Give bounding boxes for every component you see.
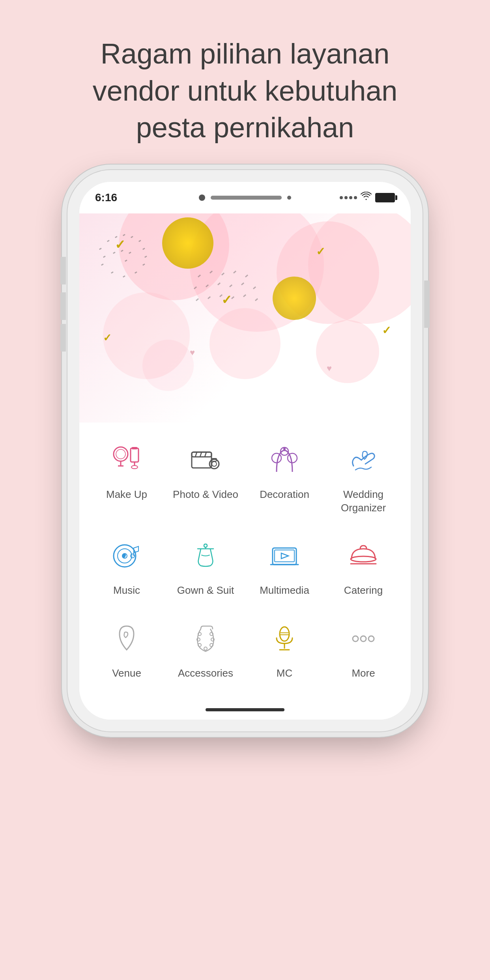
- svg-rect-12: [123, 275, 125, 278]
- svg-rect-62: [275, 550, 294, 562]
- svg-rect-30: [196, 298, 199, 301]
- gown-suit-icon: [184, 534, 227, 578]
- decoration-label: Decoration: [260, 488, 309, 501]
- svg-rect-13: [135, 271, 137, 274]
- svg-point-72: [280, 627, 289, 641]
- svg-rect-21: [221, 273, 224, 275]
- svg-point-41: [116, 449, 125, 459]
- svg-rect-2: [107, 240, 110, 242]
- svg-rect-6: [138, 240, 141, 242]
- svg-point-53: [288, 453, 297, 463]
- svg-rect-9: [103, 256, 106, 258]
- svg-rect-17: [129, 252, 131, 254]
- category-row-3: Venue: [87, 617, 403, 680]
- svg-point-77: [353, 636, 358, 641]
- svg-point-52: [272, 453, 281, 463]
- accessories-icon: [184, 617, 227, 660]
- multimedia-icon: [263, 534, 306, 578]
- svg-rect-26: [217, 282, 221, 285]
- status-time: 6:16: [95, 191, 117, 204]
- svg-rect-18: [125, 260, 127, 262]
- svg-point-63: [351, 556, 376, 562]
- svg-rect-19: [198, 275, 201, 277]
- svg-rect-10: [101, 264, 104, 266]
- svg-rect-8: [144, 256, 147, 258]
- heart-decoration2: ♥: [327, 363, 332, 374]
- photo-video-icon: [184, 438, 227, 482]
- category-wedding-organizer[interactable]: Wedding Organizer: [328, 438, 399, 515]
- phone-top-bar: 6:16: [79, 182, 411, 213]
- home-bar: [206, 708, 284, 711]
- svg-rect-5: [131, 236, 133, 238]
- more-label: More: [352, 667, 375, 680]
- home-indicator: [79, 700, 411, 720]
- makeup-label: Make Up: [106, 488, 147, 501]
- svg-rect-22: [233, 271, 236, 273]
- headline-text: Ragam pilihan layanan vendor untuk kebut…: [28, 0, 462, 170]
- status-bar: 6:16: [79, 182, 411, 213]
- svg-rect-34: [243, 294, 246, 297]
- svg-rect-44: [192, 452, 211, 468]
- decoration-icon: [263, 438, 306, 482]
- svg-rect-35: [255, 298, 258, 301]
- svg-rect-28: [241, 282, 244, 285]
- svg-line-48: [205, 452, 206, 457]
- svg-point-39: [131, 466, 138, 469]
- svg-line-46: [195, 452, 197, 457]
- category-decoration[interactable]: Decoration: [249, 438, 320, 515]
- category-photo-video[interactable]: Photo & Video: [170, 438, 241, 515]
- svg-rect-23: [245, 275, 248, 277]
- category-mc[interactable]: MC: [249, 617, 320, 680]
- wedding-organizer-icon: [342, 438, 385, 482]
- svg-line-47: [200, 452, 202, 457]
- svg-point-79: [368, 636, 374, 641]
- makeup-icon: [105, 438, 148, 482]
- svg-rect-37: [132, 447, 137, 449]
- svg-rect-14: [142, 264, 145, 266]
- phone-screen: 6:16: [79, 182, 411, 720]
- category-row-1: Make Up: [87, 438, 403, 515]
- category-gown-suit[interactable]: Gown & Suit: [170, 534, 241, 597]
- wifi-icon: [360, 192, 372, 204]
- battery-icon: [375, 193, 395, 202]
- category-catering[interactable]: Catering: [328, 534, 399, 597]
- svg-rect-1: [99, 248, 102, 250]
- svg-rect-4: [123, 234, 125, 236]
- category-venue[interactable]: Venue: [91, 617, 162, 680]
- svg-rect-20: [209, 271, 213, 273]
- phone-mockup: 6:16: [67, 170, 423, 731]
- category-music[interactable]: Music: [91, 534, 162, 597]
- accessories-label: Accessories: [178, 667, 233, 680]
- music-icon: [105, 534, 148, 578]
- chevron-decoration5: ✓: [382, 324, 391, 337]
- svg-rect-24: [194, 286, 197, 289]
- status-icons: [340, 192, 395, 204]
- svg-rect-36: [131, 448, 138, 462]
- gown-suit-label: Gown & Suit: [177, 584, 234, 597]
- music-label: Music: [113, 584, 140, 597]
- signal-icon: [340, 196, 357, 199]
- category-makeup[interactable]: Make Up: [91, 438, 162, 515]
- chevron-decoration2: ✓: [103, 332, 112, 344]
- more-icon: [342, 617, 385, 660]
- category-more[interactable]: More: [328, 617, 399, 680]
- venue-label: Venue: [112, 667, 141, 680]
- chevron-decoration4: ✓: [316, 245, 325, 258]
- photo-video-label: Photo & Video: [173, 488, 238, 501]
- category-accessories[interactable]: Accessories: [170, 617, 241, 680]
- svg-point-68: [204, 647, 207, 650]
- svg-rect-27: [229, 284, 232, 287]
- svg-point-78: [361, 636, 366, 641]
- svg-point-50: [212, 462, 217, 466]
- catering-icon: [342, 534, 385, 578]
- svg-rect-25: [206, 284, 209, 287]
- svg-point-0: [93, 227, 152, 286]
- category-multimedia[interactable]: Multimedia: [249, 534, 320, 597]
- category-row-2: Music: [87, 534, 403, 597]
- wedding-organizer-label: Wedding Organizer: [328, 488, 399, 515]
- phone-shell: 6:16: [67, 170, 423, 731]
- mc-label: MC: [277, 667, 292, 680]
- chevron-decoration: ✓: [115, 237, 125, 252]
- svg-rect-11: [111, 271, 114, 274]
- svg-rect-29: [253, 286, 256, 289]
